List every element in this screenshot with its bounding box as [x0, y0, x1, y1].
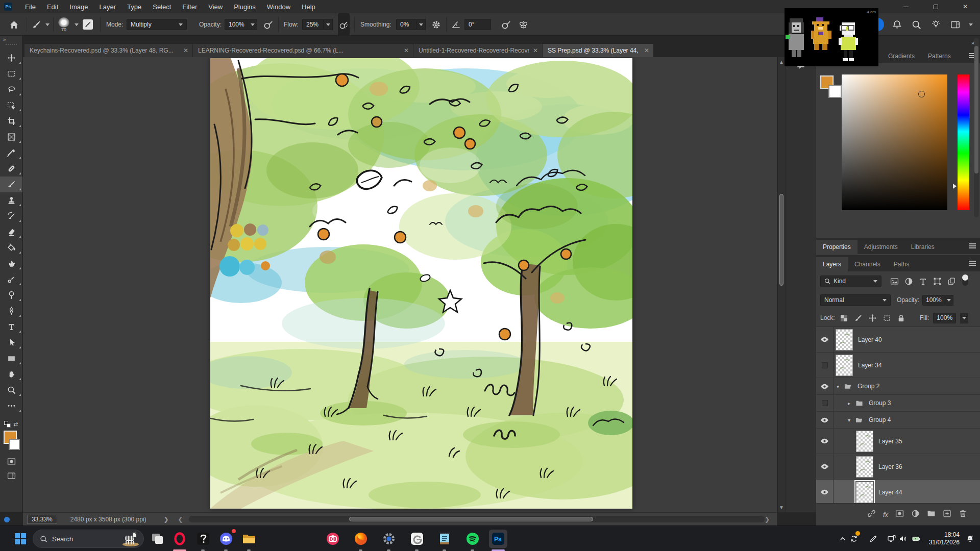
horizontal-scroll-thumb[interactable]: [349, 517, 593, 521]
tab-libraries[interactable]: Libraries: [904, 240, 941, 254]
layers-scroll-thumb[interactable]: [974, 46, 978, 173]
workspace-chevron-icon[interactable]: [969, 13, 973, 36]
tab-adjustments[interactable]: Adjustments: [857, 240, 904, 254]
opera-gx[interactable]: [170, 530, 189, 548]
filter-kind-select[interactable]: Kind: [820, 276, 881, 287]
smoothing-options-gear-icon[interactable]: [431, 13, 441, 36]
spot-healing-brush-tool[interactable]: [0, 161, 22, 177]
file-explorer[interactable]: [240, 530, 258, 548]
zoom-tool[interactable]: [0, 382, 22, 398]
visibility-eye-icon[interactable]: [816, 412, 834, 428]
discover-lightbulb-icon[interactable]: [931, 13, 941, 36]
spotify[interactable]: [463, 530, 482, 548]
layers-scrollbar[interactable]: [974, 38, 979, 217]
tab-close-icon[interactable]: ✕: [183, 47, 188, 54]
tab-channels[interactable]: Channels: [848, 257, 887, 271]
eraser-tool[interactable]: [0, 224, 22, 240]
screen-mode-toggle[interactable]: [0, 468, 22, 483]
menu-edit[interactable]: Edit: [41, 1, 64, 13]
layer-row[interactable]: Layer 34: [816, 353, 980, 378]
maximize-button[interactable]: [921, 0, 950, 13]
layer-row[interactable]: Layer 36: [816, 454, 980, 480]
tab-close-icon[interactable]: ✕: [404, 47, 409, 54]
menu-filter[interactable]: Filter: [177, 1, 203, 13]
menu-layer[interactable]: Layer: [94, 1, 122, 13]
symmetry-butterfly-icon[interactable]: [519, 13, 528, 36]
brush-tool[interactable]: [0, 177, 22, 192]
toolbar-collapse-icon[interactable]: »: [0, 36, 22, 42]
filter-adjustment-layers-icon[interactable]: [902, 277, 915, 286]
add-layer-mask-icon[interactable]: [895, 509, 904, 520]
close-button[interactable]: ✕: [950, 0, 980, 13]
size-pressure-icon[interactable]: [501, 13, 511, 36]
chevron-down-icon[interactable]: ▾: [837, 384, 844, 389]
discord[interactable]: [217, 530, 235, 548]
brush-tool-preset[interactable]: [32, 13, 50, 36]
color-cursor[interactable]: [918, 91, 925, 97]
tray-chevron-up-icon[interactable]: [837, 535, 848, 543]
filter-type-layers-icon[interactable]: [916, 277, 929, 286]
scroll-down-icon[interactable]: ▼: [778, 505, 785, 510]
layers-menu-icon[interactable]: [969, 261, 976, 266]
rectangular-marquee-tool[interactable]: [0, 66, 22, 82]
display-device-icon[interactable]: [886, 535, 897, 543]
layer-row[interactable]: Layer 44: [816, 480, 980, 505]
hand-tool[interactable]: [0, 366, 22, 382]
new-layer-icon[interactable]: [943, 509, 951, 520]
visibility-eye-icon[interactable]: [816, 327, 834, 352]
rectangle-tool[interactable]: [0, 350, 22, 366]
visibility-eye-icon[interactable]: [816, 378, 834, 394]
taskbar-search-box[interactable]: Search: [33, 530, 144, 548]
lock-all-icon[interactable]: [896, 314, 906, 322]
group-row[interactable]: ▾Group 2: [816, 378, 980, 395]
brush-preset-picker[interactable]: 70: [58, 13, 79, 36]
settings[interactable]: [380, 530, 398, 548]
hue-slider-arrow[interactable]: [953, 184, 957, 189]
group-row[interactable]: ▾Group 4: [816, 412, 980, 429]
menu-help[interactable]: Help: [296, 1, 321, 13]
pen-input-icon[interactable]: [868, 535, 879, 543]
layer-row[interactable]: Layer 40: [816, 327, 980, 353]
tab-gradients[interactable]: Gradients: [881, 49, 921, 63]
menu-select[interactable]: Select: [147, 1, 177, 13]
menu-image[interactable]: Image: [64, 1, 93, 13]
search-icon[interactable]: [912, 13, 921, 36]
menu-window[interactable]: Window: [261, 1, 296, 13]
tab-close-icon[interactable]: ✕: [533, 47, 538, 54]
zoom-level-field[interactable]: 33.33%: [27, 515, 57, 524]
background-color-swatch[interactable]: [9, 439, 20, 450]
chevron-right-icon[interactable]: ▸: [848, 400, 855, 406]
dodge-tool[interactable]: [0, 287, 22, 303]
filter-smart-objects-icon[interactable]: [945, 277, 958, 286]
delete-layer-icon[interactable]: [959, 509, 967, 520]
volume-icon[interactable]: [897, 535, 909, 543]
document-tab[interactable]: Keychains-Recovered.psd @ 33.3% (Layer 4…: [24, 44, 193, 57]
smudge-tool[interactable]: [0, 256, 22, 271]
visibility-eye-icon[interactable]: [816, 429, 834, 454]
task-view-button[interactable]: [148, 530, 166, 548]
tab-properties[interactable]: Properties: [816, 240, 857, 254]
hscroll-right-icon[interactable]: ❯: [765, 516, 770, 523]
layer-fill-value[interactable]: 100%: [933, 313, 956, 323]
visibility-eye-icon[interactable]: [816, 454, 834, 479]
focus-assist-bell-icon[interactable]: [965, 535, 976, 543]
minimize-button[interactable]: [891, 0, 921, 13]
saturation-brightness-field[interactable]: [842, 74, 947, 210]
lock-pixels-icon[interactable]: [853, 314, 864, 322]
canvas-horizontal-scrollbar[interactable]: [189, 516, 765, 522]
airbrush-toggle[interactable]: [338, 13, 350, 36]
camera-app[interactable]: [324, 530, 342, 548]
visibility-hidden-box[interactable]: [816, 353, 834, 378]
canvas-vertical-scrollbar[interactable]: ▲ ▼: [778, 57, 785, 512]
g-app[interactable]: [408, 530, 426, 548]
edit-toolbar[interactable]: [0, 398, 22, 414]
home-button[interactable]: [9, 13, 19, 36]
opacity-pressure-icon[interactable]: [263, 13, 273, 36]
blend-mode-select[interactable]: Multiply: [127, 13, 187, 36]
notifications-bell-icon[interactable]: [892, 13, 902, 36]
status-chevron-icon[interactable]: ❯: [163, 516, 168, 523]
lasso-tool[interactable]: [0, 82, 22, 97]
tab-layers[interactable]: Layers: [816, 257, 848, 271]
scroll-up-icon[interactable]: ▲: [778, 59, 785, 65]
frame-tool[interactable]: [0, 129, 22, 145]
